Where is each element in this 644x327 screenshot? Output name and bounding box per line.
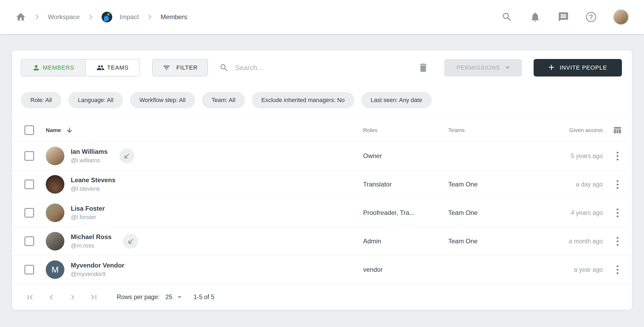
arrow-down-left-icon (127, 238, 134, 245)
column-header-given-access: Given access (569, 127, 603, 133)
member-name[interactable]: Ian Williams (71, 148, 108, 155)
filter-chip-workflow-step[interactable]: Workflow step: All (130, 92, 195, 108)
project-logo-icon[interactable] (102, 12, 112, 22)
row-menu-button[interactable] (613, 149, 622, 163)
first-page-button[interactable] (23, 292, 38, 302)
table-header: Name Roles Teams Given access (12, 118, 632, 142)
rows-per-page-label: Rows per page: (117, 294, 160, 301)
member-given-access: a month ago (569, 238, 603, 245)
member-given-access: a day ago (576, 181, 603, 188)
row-checkbox[interactable] (24, 151, 34, 161)
member-roles: vendor (363, 266, 448, 273)
avatar[interactable] (46, 175, 64, 194)
arrow-down-left-icon (123, 152, 130, 160)
page-range-label: 1-5 of 5 (194, 294, 214, 301)
login-as-badge[interactable] (119, 148, 134, 163)
member-name[interactable]: Leane Stevens (71, 176, 115, 184)
member-username: @myvendor9 (71, 271, 124, 278)
top-navigation-bar: Workspace Impact Members ? (0, 0, 644, 34)
column-header-teams: Teams (448, 127, 533, 133)
invite-people-button[interactable]: + INVITE PEOPLE (534, 59, 622, 77)
sort-descending-icon[interactable] (66, 126, 73, 134)
avatar[interactable] (46, 232, 64, 250)
search-box (219, 63, 373, 73)
column-settings-icon[interactable] (613, 125, 622, 135)
member-username: @i.williams (71, 157, 108, 164)
table-row: Michael Ross @m.ross Admin Team One a mo… (12, 227, 632, 256)
previous-page-button[interactable] (44, 292, 59, 302)
next-page-button[interactable] (65, 292, 80, 302)
avatar[interactable]: M (46, 260, 64, 279)
search-input[interactable] (235, 64, 373, 72)
last-page-button[interactable] (86, 292, 101, 302)
row-menu-button[interactable] (613, 263, 622, 277)
pagination: Rows per page: 25 1-5 of 5 (12, 284, 632, 310)
select-all-checkbox[interactable] (24, 125, 34, 135)
filter-icon (163, 64, 171, 72)
rows-per-page-value: 25 (165, 294, 172, 301)
row-checkbox[interactable] (24, 236, 34, 246)
people-icon (97, 64, 105, 72)
member-name[interactable]: Lisa Foster (71, 205, 105, 212)
delete-icon[interactable] (418, 62, 429, 73)
breadcrumb: Workspace Impact Members (15, 12, 187, 22)
row-menu-button[interactable] (613, 177, 622, 192)
breadcrumb-current-page: Members (161, 13, 187, 21)
tab-teams-label: TEAMS (107, 64, 129, 71)
chevron-right-icon (34, 14, 40, 20)
user-avatar[interactable] (613, 9, 629, 25)
caret-down-icon (178, 296, 181, 298)
avatar[interactable] (46, 147, 64, 165)
filter-chip-last-seen[interactable]: Last seen: Any date (361, 92, 432, 108)
search-icon (219, 63, 229, 73)
notifications-bell-icon[interactable] (530, 11, 541, 23)
row-checkbox[interactable] (24, 180, 34, 189)
rows-per-page-select[interactable]: 25 (165, 294, 181, 301)
row-menu-button[interactable] (613, 234, 622, 248)
home-icon[interactable] (15, 12, 26, 22)
permissions-button[interactable]: PERMISSIONS (444, 59, 522, 77)
row-checkbox[interactable] (24, 265, 34, 274)
member-name[interactable]: Myvendor Vendor (71, 262, 124, 269)
messages-icon[interactable] (558, 11, 569, 23)
filter-button[interactable]: FILTER (152, 59, 208, 77)
person-icon (32, 64, 40, 72)
member-roles: Translator (363, 181, 448, 188)
tab-teams[interactable]: TEAMS (86, 60, 139, 76)
filter-chip-language[interactable]: Language: All (68, 92, 123, 108)
member-roles: Owner (363, 152, 448, 160)
member-username: @l.stevens (71, 185, 115, 192)
help-icon[interactable]: ? (586, 12, 596, 22)
member-teams: Team One (448, 209, 533, 216)
member-username: @m.ross (71, 242, 111, 249)
breadcrumb-project[interactable]: Impact (120, 13, 139, 21)
row-menu-button[interactable] (613, 206, 622, 220)
members-panel: MEMBERS TEAMS FILTER PERMISSIONS + INVIT… (12, 50, 632, 310)
breadcrumb-workspace[interactable]: Workspace (48, 13, 80, 21)
search-icon[interactable] (501, 11, 513, 23)
filter-chip-exclude-inherited-managers[interactable]: Exclude inherited managers: No (252, 92, 354, 108)
member-given-access: 5 years ago (571, 152, 603, 160)
member-given-access: 4 years ago (571, 209, 603, 216)
member-teams: Team One (448, 237, 533, 245)
invite-people-label: INVITE PEOPLE (560, 64, 607, 71)
chevron-right-icon (87, 14, 94, 20)
column-header-name[interactable]: Name (46, 127, 61, 133)
chevron-right-icon (146, 14, 153, 20)
login-as-badge[interactable] (123, 234, 138, 249)
caret-down-icon (505, 67, 510, 69)
plus-icon: + (549, 62, 554, 72)
tab-members[interactable]: MEMBERS (21, 60, 86, 76)
row-checkbox[interactable] (24, 208, 34, 218)
topbar-actions: ? (501, 9, 629, 25)
filter-button-label: FILTER (176, 64, 198, 71)
permissions-button-label: PERMISSIONS (456, 64, 500, 71)
avatar[interactable] (46, 203, 64, 222)
table-row: Ian Williams @i.williams Owner 5 years a… (12, 142, 632, 170)
member-name[interactable]: Michael Ross (71, 233, 111, 241)
table-row: M Myvendor Vendor @myvendor9 vendor a ye… (12, 256, 632, 284)
filter-chip-team[interactable]: Team: All (202, 92, 245, 108)
member-teams: Team One (448, 181, 533, 188)
member-username: @l.forster (71, 214, 105, 221)
filter-chip-role[interactable]: Role: All (21, 92, 61, 108)
